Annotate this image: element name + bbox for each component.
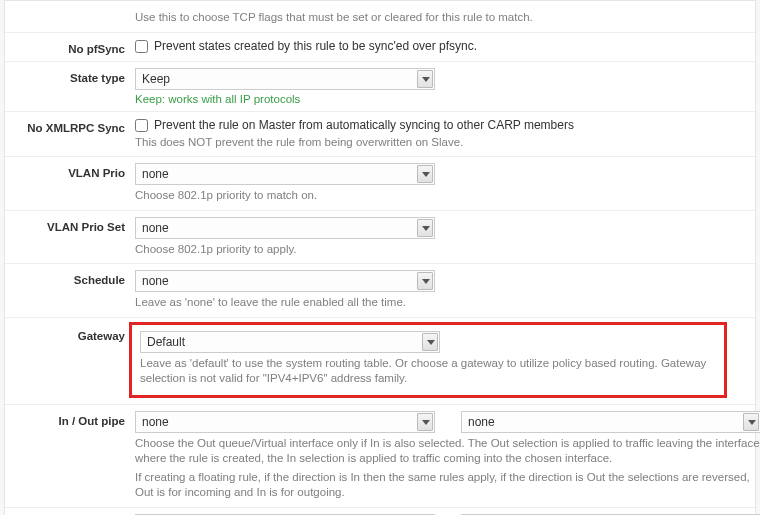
no-pfsync-label: No pfSync	[5, 39, 135, 55]
schedule-select[interactable]: none	[135, 270, 435, 292]
state-type-help: Keep: works with all IP protocols	[135, 93, 741, 105]
tcp-flags-help: Use this to choose TCP flags that must b…	[135, 10, 741, 26]
no-pfsync-checkbox[interactable]	[135, 40, 148, 53]
gateway-highlight: Default Leave as 'default' to use the sy…	[129, 322, 727, 398]
schedule-label: Schedule	[5, 270, 135, 311]
vlan-prio-set-label: VLAN Prio Set	[5, 217, 135, 258]
no-pfsync-checkbox-row[interactable]: Prevent states created by this rule to b…	[135, 39, 741, 53]
in-out-pipe-label: In / Out pipe	[5, 411, 135, 501]
no-pfsync-checkbox-text: Prevent states created by this rule to b…	[154, 39, 477, 53]
vlan-prio-help: Choose 802.1p priority to match on.	[135, 188, 741, 204]
state-type-select[interactable]: Keep	[135, 68, 435, 90]
no-xmlrpc-help: This does NOT prevent the rule from bein…	[135, 135, 741, 151]
vlan-prio-set-select[interactable]: none	[135, 217, 435, 239]
vlan-prio-set-help: Choose 802.1p priority to apply.	[135, 242, 741, 258]
vlan-prio-select[interactable]: none	[135, 163, 435, 185]
in-out-pipe-help-2: If creating a floating rule, if the dire…	[135, 470, 760, 501]
gateway-label: Gateway	[5, 318, 135, 404]
out-pipe-select[interactable]: none	[461, 411, 760, 433]
no-xmlrpc-checkbox[interactable]	[135, 119, 148, 132]
gateway-help: Leave as 'default' to use the system rou…	[140, 356, 716, 387]
state-type-label: State type	[5, 68, 135, 105]
in-pipe-select[interactable]: none	[135, 411, 435, 433]
gateway-select[interactable]: Default	[140, 331, 440, 353]
schedule-help: Leave as 'none' to leave the rule enable…	[135, 295, 741, 311]
no-xmlrpc-checkbox-text: Prevent the rule on Master from automati…	[154, 118, 574, 132]
no-xmlrpc-checkbox-row[interactable]: Prevent the rule on Master from automati…	[135, 118, 741, 132]
no-xmlrpc-label: No XMLRPC Sync	[5, 118, 135, 151]
vlan-prio-label: VLAN Prio	[5, 163, 135, 204]
in-out-pipe-help-1: Choose the Out queue/Virtual interface o…	[135, 436, 760, 467]
